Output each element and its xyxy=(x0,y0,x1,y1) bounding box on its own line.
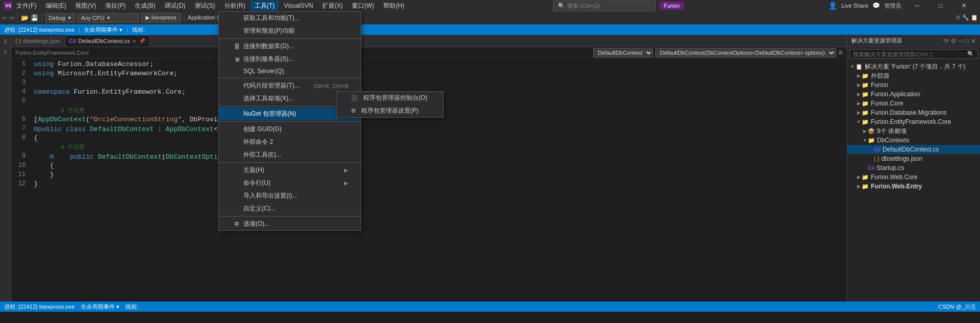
tab-dbsettings[interactable]: { } dbsettings.json xyxy=(11,35,65,47)
line-number: 5 xyxy=(11,97,32,104)
solution-search-box[interactable]: 🔍 xyxy=(849,49,978,59)
menu-visualsvn[interactable]: VisualSVN xyxy=(280,1,317,10)
solution-search-input[interactable] xyxy=(853,51,967,57)
status-event[interactable]: 生命周期事件 ▾ xyxy=(81,303,119,311)
tree-dbsettings-json[interactable]: { } dbsettings.json xyxy=(847,154,980,163)
line-code: using Microsoft.EntityFrameworkCore; xyxy=(32,70,847,77)
line-number: 3 xyxy=(11,79,32,86)
solution-tree: ▼ 📋 解决方案 'Furion' (7 个项目，共 7 个) ▶ 📁 外部源 … xyxy=(847,61,980,302)
search-icon: 🔍 xyxy=(558,3,565,9)
folder-icon: 📁 xyxy=(862,91,869,98)
cpu-mode-dropdown[interactable]: Any CPU ▼ xyxy=(77,13,139,23)
status-bar: 进程: [22412] iisexpress.exe 生命周期事件 ▾ 线程: … xyxy=(0,302,980,312)
tree-root[interactable]: ▼ 📋 解决方案 'Furion' (7 个项目，共 7 个) xyxy=(847,62,980,71)
line-number: 4 xyxy=(11,88,32,95)
save-icon[interactable]: 💾 xyxy=(31,14,38,21)
menu-tools[interactable]: 工具(T) xyxy=(251,1,279,11)
title-bar-center: 🔍 搜索 (Ctrl+Q) Furion xyxy=(408,1,828,11)
search-placeholder: 搜索 (Ctrl+Q) xyxy=(567,2,600,10)
code-editor[interactable]: 1 using Furion.DatabaseAccessor; 2 using… xyxy=(11,58,847,302)
tree-furion-app[interactable]: ▶ 📁 Furion.Application xyxy=(847,90,980,99)
folder-icon: 📁 xyxy=(862,183,869,190)
menu-test[interactable]: 测试(S) xyxy=(191,1,219,11)
line-number: 7 xyxy=(11,125,32,132)
feedback-icon[interactable]: 💬 xyxy=(872,2,880,9)
expand-icon[interactable]: ⊞ xyxy=(838,49,843,56)
undo-icon[interactable]: ↩ xyxy=(2,14,7,21)
panel-maximize-icon[interactable]: □ xyxy=(965,37,969,45)
code-line-6-comment: 6 个引用 xyxy=(11,106,847,116)
class-dropdown[interactable]: DefaultDbContext xyxy=(593,48,653,57)
json-file-icon: { } xyxy=(874,156,879,162)
tab-defaultdbcontext[interactable]: C# DefaultDbContext.cs ✕ 📌 xyxy=(65,35,150,47)
path-namespace: Furion.EntityFramework.Core xyxy=(15,50,89,56)
progress-bar: 进程: [22412] iisexpress.exe | 生命周期事件 ▾ | … xyxy=(0,25,980,35)
tree-db-contexts[interactable]: ▼ 📁 DbContexts xyxy=(847,136,980,145)
path-bar: Furion.EntityFramework.Core DefaultDbCon… xyxy=(11,47,847,58)
minimize-button[interactable]: ─ xyxy=(905,0,929,11)
folder-icon: 📁 xyxy=(862,100,869,107)
live-share-button[interactable]: Live Share xyxy=(841,3,868,9)
code-line-3: 3 xyxy=(11,79,847,88)
tree-deps[interactable]: ▶ 📦 8个 依赖项 xyxy=(847,126,980,136)
close-button[interactable]: ✕ xyxy=(952,0,976,11)
tree-arrow: ▶ xyxy=(862,128,868,134)
line-number: 9 xyxy=(11,153,32,160)
title-bar: VS 文件(F) 编辑(E) 视图(V) 项目(P) 生成(B) 调试(D) 测… xyxy=(0,0,980,11)
appinsights-label: Application Insights ▾ xyxy=(187,14,241,21)
menu-project[interactable]: 项目(P) xyxy=(101,1,130,11)
tree-arrow: ▶ xyxy=(856,175,862,180)
menu-view[interactable]: 视图(V) xyxy=(71,1,100,11)
redo-icon[interactable]: ↪ xyxy=(9,14,14,21)
tree-external-deps[interactable]: ▶ 📁 外部源 xyxy=(847,71,980,80)
menu-edit[interactable]: 编辑(E) xyxy=(41,1,70,11)
vs-logo: VS xyxy=(4,2,12,10)
debug-mode-dropdown[interactable]: Debug ▼ xyxy=(45,13,75,23)
open-file-icon[interactable]: 📂 xyxy=(21,14,29,21)
code-line-8: 8 { xyxy=(11,134,847,143)
code-line-9-comment: 0 个引用 xyxy=(11,143,847,153)
tree-arrow: ▼ xyxy=(856,119,862,124)
toolbox-icon[interactable]: T xyxy=(1,48,10,57)
thread-label: 线程: xyxy=(132,26,145,34)
tree-arrow: ▶ xyxy=(856,73,862,78)
line-number: 10 xyxy=(11,162,32,169)
panel-sync-icon[interactable]: ⟳ xyxy=(944,37,949,45)
menu-window[interactable]: 窗口(W) xyxy=(348,1,378,11)
tab-close-button[interactable]: ✕ xyxy=(132,38,136,44)
code-line-7: 7 ⊟public class DefaultDbContext : AppDb… xyxy=(11,125,847,134)
panel-minimize-icon[interactable]: ─ xyxy=(958,37,963,45)
tree-furion-ef-core[interactable]: ▼ 📁 Furion.EntityFramework.Core xyxy=(847,117,980,126)
line-number: 12 xyxy=(11,180,32,187)
tree-arrow: ▶ xyxy=(856,92,862,97)
panel-close-icon[interactable]: ✕ xyxy=(971,37,976,45)
solution-icon: 📋 xyxy=(856,63,863,70)
menu-extensions[interactable]: 扩展(X) xyxy=(318,1,347,11)
tree-startup[interactable]: C# Startup.cs xyxy=(847,163,980,173)
tab-pin-icon[interactable]: 📌 xyxy=(139,38,145,44)
tree-furion-db-migrations[interactable]: ▶ 📁 Furion.Database.Migrations xyxy=(847,108,980,117)
maximize-button[interactable]: □ xyxy=(929,0,952,11)
menu-build[interactable]: 生成(B) xyxy=(131,1,159,11)
folder-icon: 📁 xyxy=(868,137,875,144)
menu-debug[interactable]: 调试(D) xyxy=(160,1,190,11)
panel-settings-icon[interactable]: ⚙ xyxy=(951,37,956,45)
tree-default-db-context[interactable]: C# DefaultDbContext.cs xyxy=(847,145,980,154)
tree-arrow: ▶ xyxy=(856,82,862,88)
menu-help[interactable]: 帮助(H) xyxy=(379,1,408,11)
server-explorer-icon[interactable]: S xyxy=(1,37,10,46)
menu-analyze[interactable]: 分析(R) xyxy=(220,1,249,11)
global-search-box[interactable]: 🔍 搜索 (Ctrl+Q) xyxy=(553,1,656,11)
tree-furion-web-core[interactable]: ▶ 📁 Furion.Web.Core xyxy=(847,173,980,182)
tree-furion-web-entry[interactable]: ▶ 📁 Furion.Web.Entry xyxy=(847,182,980,191)
menu-file[interactable]: 文件(F) xyxy=(12,1,40,11)
event-label[interactable]: 生命周期事件 ▾ xyxy=(84,26,122,34)
run-button[interactable]: ▶ iisexpress xyxy=(141,13,181,23)
tab-dbsettings-label: dbsettings.json xyxy=(23,38,60,44)
tree-furion-core[interactable]: ▶ 📁 Furion.Core xyxy=(847,99,980,108)
method-dropdown[interactable]: DefaultDbContext(DbContextOptions<Defaul… xyxy=(655,48,836,57)
tree-furion[interactable]: ▶ 📁 Furion xyxy=(847,80,980,90)
line-code: { xyxy=(32,134,847,142)
menu-bar-items: 文件(F) 编辑(E) 视图(V) 项目(P) 生成(B) 调试(D) 测试(S… xyxy=(12,1,408,11)
user-icon: 👤 xyxy=(828,2,837,10)
